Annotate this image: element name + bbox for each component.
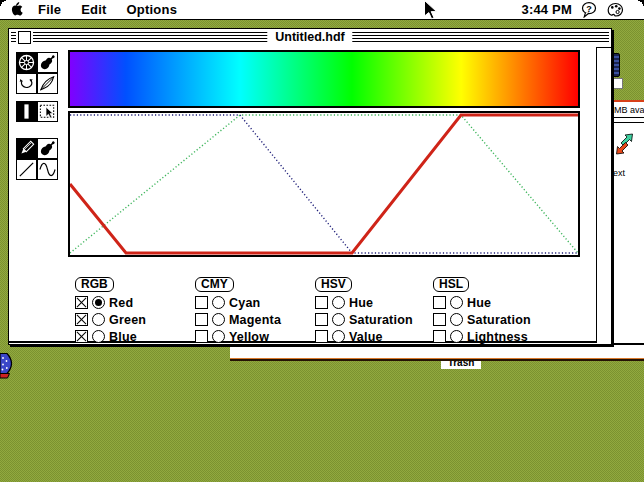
blue-radio[interactable] [92,330,105,343]
channel-label: Yellow [229,330,269,344]
application-menu-icon[interactable] [607,2,624,18]
channel-label: Value [349,330,383,344]
header-divider [613,117,644,123]
channel-row-magenta: Magenta [195,313,315,326]
menu-item-edit[interactable]: Edit [71,0,116,19]
violin-icon [38,53,57,72]
vertical-bar-icon [17,102,36,121]
channel-row-hue: Hue [315,296,435,309]
pencil-tool[interactable] [16,138,37,159]
channel-label: Green [109,313,146,327]
violin-tool[interactable] [37,52,58,73]
yellow-checkbox[interactable] [195,330,208,343]
mini-desktop-icon-label [611,78,623,89]
sine-curve-tool[interactable] [37,159,58,180]
hsv-value-checkbox[interactable] [315,330,328,343]
hsl-saturation-radio[interactable] [450,313,463,326]
channel-label: Blue [109,330,137,344]
background-window-bottom-edge[interactable] [230,345,644,361]
channel-label: Hue [467,296,491,310]
hsl-lightness-checkbox[interactable] [433,330,446,343]
palette-gradient-fill [70,52,578,106]
channel-label: Hue [349,296,373,310]
channel-row-saturation2: Saturation [433,313,553,326]
channel-row-saturation: Saturation [315,313,435,326]
disk-icon[interactable] [0,351,18,383]
balloon-help-icon[interactable]: ? [581,2,598,18]
cyan-radio[interactable] [212,296,225,309]
red-checkbox[interactable] [75,296,88,309]
magenta-checkbox[interactable] [195,313,208,326]
hsv-hue-radio[interactable] [332,296,345,309]
curve-graph[interactable] [68,111,580,257]
background-window-right-edge[interactable]: MB ava ext [613,100,644,345]
cycle-arrows-tool[interactable] [16,73,37,94]
channel-row-green: Green [75,313,195,326]
group-cmy: CMY Cyan Magenta Yellow [195,274,315,343]
cycle-arrows-icon [17,74,36,93]
menu-clock: 3:44 PM [521,2,572,17]
yellow-radio[interactable] [212,330,225,343]
green-curve [70,115,578,253]
magenta-radio[interactable] [212,313,225,326]
editor-pane: RGB Red Green Blue CMY Cyan [9,47,597,343]
menu-bar: File Edit Options 3:44 PM ? [0,0,644,20]
hsl-lightness-radio[interactable] [450,330,463,343]
curve-plot [70,113,578,255]
title-bar[interactable]: Untitled.hdf [9,29,611,48]
line-tool-icon [17,160,36,179]
feather-tool[interactable] [37,73,58,94]
channel-row-value: Value [315,330,435,343]
paledit-window[interactable]: Untitled.hdf [8,28,612,345]
group-hsv: HSV Hue Saturation Value [315,274,435,343]
apple-menu-icon[interactable] [10,2,24,17]
hsl-saturation-checkbox[interactable] [433,313,446,326]
menu-item-file[interactable]: File [28,0,71,19]
cyan-checkbox[interactable] [195,296,208,309]
hsl-hue-radio[interactable] [450,296,463,309]
channel-label: Saturation [349,313,413,327]
channel-label: Saturation [467,313,531,327]
channel-row-cyan: Cyan [195,296,315,309]
background-window-border [230,358,644,359]
marquee-arrow-icon [38,102,57,121]
channel-row-red: Red [75,296,195,309]
disk-space-text: MB ava [613,102,644,117]
screen-corner-left [0,0,6,6]
color-wheel-tool[interactable] [16,52,37,73]
green-checkbox[interactable] [75,313,88,326]
group-hsl: HSL Hue Saturation Lightness [433,274,553,343]
arrows-file-icon[interactable] [615,131,639,158]
hsv-hue-checkbox[interactable] [315,296,328,309]
channel-label: Red [109,296,133,310]
hsv-value-radio[interactable] [332,330,345,343]
tool-group-middle [16,101,58,122]
marquee-arrow-tool[interactable] [37,101,58,122]
group-label: RGB [75,277,114,292]
mouse-cursor-icon [424,0,438,20]
hsv-saturation-checkbox[interactable] [315,313,328,326]
window-title: Untitled.hdf [267,29,352,46]
red-radio[interactable] [92,296,105,309]
mini-desktop-icon[interactable] [611,53,620,77]
close-box[interactable] [18,31,31,44]
hsv-saturation-radio[interactable] [332,313,345,326]
channel-label: Lightness [467,330,528,344]
channel-row-blue: Blue [75,330,195,343]
green-radio[interactable] [92,313,105,326]
menu-item-options[interactable]: Options [117,0,188,19]
line-tool[interactable] [16,159,37,180]
palette-gradient-bar[interactable] [68,50,580,108]
red-curve [70,115,578,253]
group-rgb: RGB Red Green Blue [75,274,195,343]
vertical-bar-tool[interactable] [16,101,37,122]
violin2-tool[interactable] [37,138,58,159]
color-wheel-icon [17,53,36,72]
blue-curve [70,115,578,253]
group-label: HSV [315,277,352,292]
channel-row-hue2: Hue [433,296,553,309]
hsl-hue-checkbox[interactable] [433,296,446,309]
channel-row-lightness: Lightness [433,330,553,343]
tool-group-top [16,52,58,94]
blue-checkbox[interactable] [75,330,88,343]
